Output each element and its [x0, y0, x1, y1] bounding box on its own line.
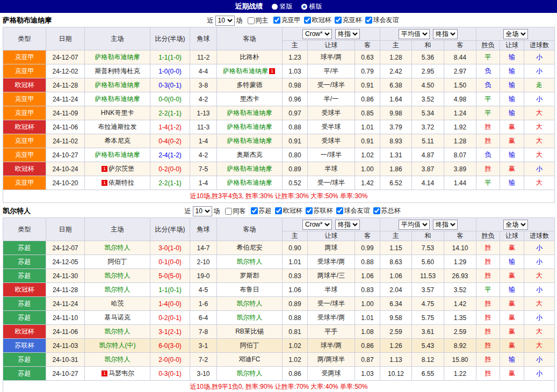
radio-unselected-icon[interactable]	[272, 4, 278, 10]
away-team: 萨格勒布迪纳摩	[217, 134, 283, 148]
match-date: 24-11-02	[46, 134, 85, 148]
result-goals: 大	[524, 325, 555, 339]
team-name: 凯尔特人	[3, 206, 31, 216]
result-goals: 小	[524, 64, 555, 78]
league-filter[interactable]: 克亚杯	[331, 16, 362, 25]
results-body: 苏超24-12-07凯尔特人3-0(1-0)14-7希伯尼安0.90两球0.99…	[3, 241, 555, 381]
layout-option-horizontal[interactable]: 横版	[301, 2, 322, 11]
col-header-away: 客场	[217, 218, 283, 241]
league-filter[interactable]: 球会友谊	[362, 16, 399, 25]
col-header-home: 主场	[85, 218, 150, 241]
handicap-odds-home: 0.89	[283, 162, 308, 176]
league-filter-checkbox[interactable]	[251, 207, 258, 214]
average-stage-select[interactable]: 终指	[433, 29, 458, 39]
avg-odds-home: 1.15	[380, 241, 412, 255]
filter-bar: 近 10 场 同主 克亚甲欧冠杯克亚杯球会友谊	[207, 16, 399, 26]
fulltime-select[interactable]: 全场	[503, 29, 528, 39]
league-type: 欧冠杯	[3, 162, 46, 176]
league-filter-checkbox[interactable]	[373, 207, 380, 214]
result-goals: 大	[524, 120, 555, 134]
same-venue-checkbox[interactable]	[248, 17, 255, 24]
bookmaker-select[interactable]: Crow*	[302, 29, 332, 39]
handicap-line: 两球	[308, 241, 355, 255]
red-card-badge: 1	[102, 180, 107, 186]
avg-odds-away: 1.35	[444, 311, 476, 325]
league-filter[interactable]: 欧冠杯	[301, 16, 331, 25]
match-date: 24-12-05	[46, 255, 85, 269]
avg-odds-draw: 6.55	[412, 367, 444, 381]
handicap-odds-home: 0.90	[283, 241, 308, 255]
average-select[interactable]: 平均值	[399, 29, 430, 39]
home-team: 1马瑟韦尔	[85, 367, 150, 381]
home-team: 凯尔特人	[85, 325, 150, 339]
avg-odds-draw: 4.14	[412, 176, 444, 190]
recent-count-select[interactable]: 10	[215, 16, 235, 26]
handicap-odds-away: 1.00	[355, 162, 380, 176]
col-header-home: 主场	[85, 27, 150, 50]
league-filter-label: 欧冠杯	[283, 206, 302, 215]
result-handicap: 输	[500, 353, 524, 367]
average-select[interactable]: 平均值	[399, 220, 430, 230]
league-type: 克亚甲	[3, 148, 46, 162]
handicap-odds-away: 0.91	[355, 134, 380, 148]
league-filter-checkbox[interactable]	[304, 17, 311, 24]
league-filter-checkbox[interactable]	[306, 207, 313, 214]
avg-odds-away: 1.44	[444, 176, 476, 190]
odds-stage-select[interactable]: 终指	[335, 29, 360, 39]
result-wdl: 平	[476, 50, 500, 64]
handicap-odds-away: 1.03	[355, 367, 380, 381]
result-group-header: 全场	[476, 27, 555, 41]
avg-odds-draw: 4.50	[412, 78, 444, 92]
avg-odds-draw: 4.87	[412, 148, 444, 162]
handicap-odds-away: 1.06	[355, 269, 380, 283]
avg-odds-draw: 3.72	[412, 120, 444, 134]
league-filter[interactable]: 苏联杯	[302, 206, 333, 215]
avg-odds-draw: 5.11	[412, 134, 444, 148]
col-header-wdl: 胜负	[476, 231, 500, 241]
col-header-handicap-result: 让球	[500, 41, 524, 50]
league-filter-checkbox[interactable]	[273, 17, 280, 24]
same-venue-checkbox[interactable]	[225, 208, 232, 215]
radio-selected-icon[interactable]	[301, 4, 307, 10]
match-row: 克亚甲24-11-09HNK哥里卡2-2(1-1)1-13萨格勒布迪纳摩0.97…	[3, 106, 555, 120]
league-filter[interactable]: 苏超	[248, 206, 272, 215]
away-team: 萨格勒布迪纳摩	[217, 106, 283, 120]
handicap-odds-away: 1.42	[355, 176, 380, 190]
result-handicap: 赢	[500, 325, 524, 339]
league-filter[interactable]: 克亚甲	[270, 16, 301, 25]
league-filter-checkbox[interactable]	[365, 17, 372, 24]
league-filter-checkbox[interactable]	[336, 207, 343, 214]
league-filter-checkbox[interactable]	[335, 17, 342, 24]
col-header-goals: 进球数	[524, 41, 555, 50]
same-venue-filter[interactable]: 同客	[222, 207, 246, 216]
match-score: 5-0(5-0)	[150, 269, 190, 283]
avg-odds-away: 1.22	[444, 367, 476, 381]
corner-count: 19-0	[190, 269, 217, 283]
league-type: 克亚甲	[3, 50, 46, 64]
league-filter-checkbox[interactable]	[275, 207, 282, 214]
handicap-line: 受一/球半	[308, 297, 355, 311]
match-score: 3-0(1-0)	[150, 241, 190, 255]
layout-option-vertical[interactable]: 竖版	[272, 2, 293, 11]
fulltime-select[interactable]: 全场	[503, 220, 528, 230]
league-filter[interactable]: 苏总杯	[370, 206, 401, 215]
matches-label: 场	[214, 207, 220, 216]
col-header-date: 日期	[46, 27, 85, 50]
corner-count: 7-8	[190, 325, 217, 339]
match-row: 欧冠杯24-11-28凯尔特人1-1(0-1)4-5布鲁日1.06半球0.832…	[3, 283, 555, 297]
handicap-line: 半球	[308, 162, 355, 176]
league-filter[interactable]: 球会友谊	[333, 206, 370, 215]
avg-odds-home: 1.13	[380, 353, 412, 367]
avg-odds-draw: 7.53	[412, 241, 444, 255]
same-venue-filter[interactable]: 同主	[244, 16, 269, 25]
avg-odds-away: 8.44	[444, 50, 476, 64]
recent-count-select[interactable]: 10	[193, 206, 212, 216]
handicap-line: 两球半/三	[308, 269, 355, 283]
bookmaker-select[interactable]: Crow*	[302, 220, 332, 230]
col-header-odds-away: 客	[355, 231, 380, 241]
league-filter[interactable]: 欧冠杯	[272, 206, 302, 215]
avg-odds-away: 15.80	[444, 353, 476, 367]
average-stage-select[interactable]: 终指	[433, 220, 458, 230]
odds-stage-select[interactable]: 终指	[335, 220, 360, 230]
result-goals: 小	[524, 162, 555, 176]
